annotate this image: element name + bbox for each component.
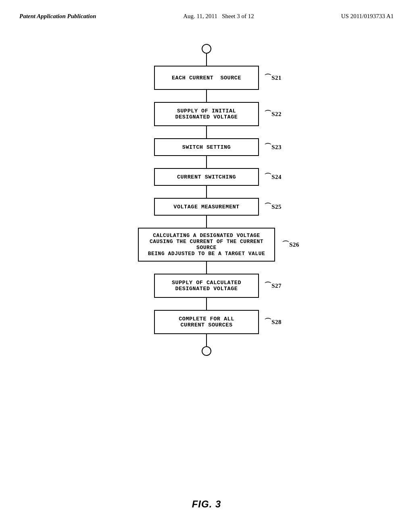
step-s21-wrapper: EACH CURRENT SOURCE ⌒S21 (106, 66, 307, 90)
connector-2 (206, 126, 207, 138)
step-s23-text: SWITCH SETTING (182, 144, 231, 150)
step-s26-box: CALCULATING A DESIGNATED VOLTAGE CAUSING… (138, 228, 275, 262)
publication-label: Patent Application Publication (19, 13, 96, 20)
connector-7 (206, 298, 207, 310)
step-s22-box: SUPPLY OF INITIAL DESIGNATED VOLTAGE ⌒S2… (154, 102, 259, 126)
connector-6 (206, 262, 207, 274)
step-s28-box: COMPLETE FOR ALL CURRENT SOURCES ⌒S28 (154, 310, 259, 334)
step-s28-label: ⌒S28 (264, 319, 282, 326)
step-s21-text: EACH CURRENT SOURCE (172, 75, 241, 81)
step-s25-box: VOLTAGE MEASUREMENT ⌒S25 (154, 198, 259, 216)
header-center: Aug. 11, 2011 Sheet 3 of 12 (183, 13, 254, 20)
step-s26-wrapper: CALCULATING A DESIGNATED VOLTAGE CAUSING… (106, 228, 307, 262)
step-s25-label: ⌒S25 (264, 204, 282, 210)
end-terminal (202, 346, 211, 356)
patent-number: US 2011/0193733 A1 (341, 13, 394, 20)
publication-date: Aug. 11, 2011 (183, 13, 217, 19)
step-s23-wrapper: SWITCH SETTING ⌒S23 (106, 138, 307, 156)
connector-1 (206, 90, 207, 102)
step-s24-text: CURRENT SWITCHING (177, 174, 236, 180)
step-s21-box: EACH CURRENT SOURCE ⌒S21 (154, 66, 259, 90)
step-s24-label: ⌒S24 (264, 174, 282, 181)
step-s25-wrapper: VOLTAGE MEASUREMENT ⌒S25 (106, 198, 307, 216)
step-s24-box: CURRENT SWITCHING ⌒S24 (154, 168, 259, 186)
figure-caption: FIG. 3 (192, 499, 221, 510)
step-s21-label: ⌒S21 (264, 75, 282, 81)
step-s27-box: SUPPLY OF CALCULATED DESIGNATED VOLTAGE … (154, 274, 259, 298)
connector-8 (206, 334, 207, 346)
step-s27-text: SUPPLY OF CALCULATED DESIGNATED VOLTAGE (172, 280, 241, 292)
flowchart-diagram: EACH CURRENT SOURCE ⌒S21 SUPPLY OF INITI… (0, 44, 413, 356)
connector-4 (206, 186, 207, 198)
connector-0 (206, 54, 207, 66)
step-s28-text: COMPLETE FOR ALL CURRENT SOURCES (179, 316, 234, 328)
step-s24-wrapper: CURRENT SWITCHING ⌒S24 (106, 168, 307, 186)
page-header: Patent Application Publication Aug. 11, … (0, 0, 413, 20)
step-s26-label: ⌒S26 (282, 241, 299, 248)
start-terminal (202, 44, 211, 54)
step-s27-label: ⌒S27 (264, 283, 282, 289)
step-s23-label: ⌒S23 (264, 144, 282, 151)
step-s26-text: CALCULATING A DESIGNATED VOLTAGE CAUSING… (147, 233, 266, 257)
step-s25-text: VOLTAGE MEASUREMENT (173, 204, 239, 210)
flow-wrapper: EACH CURRENT SOURCE ⌒S21 SUPPLY OF INITI… (106, 44, 307, 356)
step-s28-wrapper: COMPLETE FOR ALL CURRENT SOURCES ⌒S28 (106, 310, 307, 334)
step-s22-label: ⌒S22 (264, 111, 282, 118)
step-s23-box: SWITCH SETTING ⌒S23 (154, 138, 259, 156)
step-s22-wrapper: SUPPLY OF INITIAL DESIGNATED VOLTAGE ⌒S2… (106, 102, 307, 126)
step-s22-text: SUPPLY OF INITIAL DESIGNATED VOLTAGE (175, 108, 238, 120)
sheet-info: Sheet 3 of 12 (222, 13, 254, 19)
step-s27-wrapper: SUPPLY OF CALCULATED DESIGNATED VOLTAGE … (106, 274, 307, 298)
connector-3 (206, 156, 207, 168)
connector-5 (206, 216, 207, 228)
